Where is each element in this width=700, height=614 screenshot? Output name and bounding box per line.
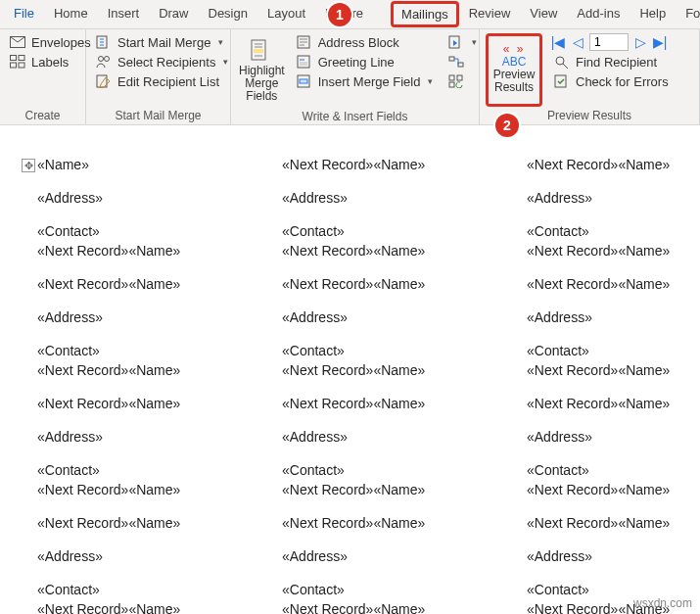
label-field: «Contact»: [274, 221, 519, 241]
table-move-handle[interactable]: ✥: [22, 159, 35, 172]
group-start-mail-merge: Start Mail Merge ▾ Select Recipients ▾ E…: [86, 29, 231, 124]
label-field: [519, 566, 695, 580]
watermark: wsxdn.com: [633, 596, 692, 610]
ribbon-tabs: File Home Insert Draw Design Layout Refe…: [0, 0, 700, 29]
greeting-line-icon: [297, 54, 312, 70]
tab-view[interactable]: View: [520, 0, 567, 28]
edit-recipient-list-button[interactable]: Edit Recipient List: [92, 72, 232, 90]
label-field: «Next Record»«Name»: [519, 513, 695, 533]
label-field: «Next Record»«Name»: [29, 274, 274, 294]
labels-label: Labels: [31, 55, 69, 70]
select-recipients-icon: [96, 54, 112, 70]
tab-mailings[interactable]: Mailings: [391, 1, 459, 27]
label-field: «Name»: [29, 155, 274, 174]
chevron-down-icon: ▾: [223, 57, 228, 67]
group-startmm-label: Start Mail Merge: [92, 107, 224, 124]
label-field: [274, 447, 519, 460]
chevron-down-icon: ▾: [218, 37, 223, 47]
tab-help[interactable]: Help: [630, 0, 676, 28]
preview-results-button[interactable]: « » ABC Preview Results: [490, 38, 537, 99]
update-labels-button[interactable]: [444, 72, 481, 90]
svg-rect-16: [449, 57, 454, 61]
label-field: [519, 174, 695, 188]
label-field: [519, 413, 695, 427]
tab-foxit[interactable]: Foxit Reader PD: [676, 0, 700, 28]
labels-button[interactable]: Labels: [6, 53, 95, 71]
label-field: «Address»: [274, 307, 519, 327]
label-field: «Next Record»«Name»: [519, 241, 695, 260]
group-create-label: Create: [6, 107, 79, 124]
tab-insert[interactable]: Insert: [98, 0, 150, 28]
last-record-button[interactable]: ▶|: [652, 34, 668, 50]
label-field: [29, 174, 274, 188]
label-field: «Address»: [29, 307, 274, 327]
label-field: [274, 174, 519, 188]
svg-rect-3: [11, 63, 17, 68]
rules-button[interactable]: ▾: [444, 33, 481, 51]
label-field: «Next Record»«Name»: [274, 513, 519, 533]
label-field: «Next Record»«Name»: [274, 274, 519, 294]
label-field: [274, 294, 519, 307]
tab-review[interactable]: Review: [459, 0, 521, 28]
svg-rect-18: [449, 75, 454, 80]
label-field: «Next Record»«Name»: [519, 274, 695, 294]
start-mail-merge-label: Start Mail Merge: [117, 35, 210, 50]
preview-results-highlight: « » ABC Preview Results: [486, 33, 542, 107]
label-field: [274, 533, 519, 546]
start-mail-merge-icon: [96, 34, 112, 50]
check-errors-label: Check for Errors: [576, 74, 669, 89]
label-field: «Address»: [519, 546, 695, 566]
greeting-line-button[interactable]: Greeting Line: [293, 53, 438, 71]
group-write-label: Write & Insert Fields: [237, 108, 473, 125]
label-field: «Next Record»«Name»: [519, 394, 695, 413]
svg-rect-1: [11, 56, 17, 61]
insert-merge-field-label: Insert Merge Field: [318, 74, 421, 89]
first-record-button[interactable]: |◀: [550, 34, 566, 50]
label-field: «Next Record»«Name»: [29, 599, 274, 614]
label-field: «Next Record»«Name»: [29, 241, 274, 260]
label-field: «Contact»: [29, 341, 274, 360]
highlight-merge-fields-button[interactable]: Highlight Merge Fields: [237, 33, 287, 108]
tab-layout[interactable]: Layout: [257, 0, 315, 28]
check-errors-button[interactable]: Check for Errors: [550, 72, 673, 90]
find-recipient-button[interactable]: Find Recipient: [550, 53, 673, 71]
label-field: [274, 208, 519, 221]
find-recipient-label: Find Recipient: [576, 55, 657, 70]
address-block-button[interactable]: Address Block: [293, 33, 438, 51]
label-field: [519, 447, 695, 460]
label-field: «Contact»: [519, 460, 695, 480]
insert-merge-field-button[interactable]: Insert Merge Field ▾: [293, 72, 438, 90]
label-field: «Address»: [29, 427, 274, 447]
tab-design[interactable]: Design: [199, 0, 257, 28]
svg-rect-12: [298, 56, 309, 68]
svg-rect-4: [19, 63, 24, 68]
label-field: «Next Record»«Name»: [274, 360, 519, 380]
step-badge-2: 2: [495, 114, 519, 137]
tab-draw[interactable]: Draw: [149, 0, 198, 28]
label-field: [29, 327, 274, 341]
select-recipients-button[interactable]: Select Recipients ▾: [92, 53, 232, 71]
label-field: «Contact»: [519, 221, 695, 241]
label-field: «Next Record»«Name»: [274, 394, 519, 413]
label-field: «Address»: [519, 307, 695, 327]
chevron-down-icon: ▾: [472, 37, 477, 47]
svg-rect-10: [254, 49, 263, 53]
label-field: «Contact»: [29, 460, 274, 480]
label-field: «Next Record»«Name»: [29, 480, 274, 499]
match-fields-button[interactable]: [444, 53, 481, 71]
document-area: ✥ «Name»«Next Record»«Name»«Next Record»…: [0, 125, 700, 614]
record-number-input[interactable]: [589, 33, 629, 51]
start-mail-merge-button[interactable]: Start Mail Merge ▾: [92, 33, 232, 51]
svg-rect-14: [300, 79, 307, 83]
label-field: «Contact»: [274, 460, 519, 480]
prev-record-button[interactable]: ◁: [570, 34, 585, 50]
envelopes-button[interactable]: Envelopes: [6, 33, 95, 51]
label-field: «Address»: [519, 188, 695, 208]
check-errors-icon: [554, 73, 570, 89]
tab-addins[interactable]: Add-ins: [567, 0, 630, 28]
next-record-button[interactable]: ▷: [632, 34, 648, 50]
svg-rect-2: [19, 56, 24, 61]
tab-home[interactable]: Home: [44, 0, 98, 28]
tab-file[interactable]: File: [4, 0, 44, 28]
label-field: «Contact»: [274, 580, 519, 599]
